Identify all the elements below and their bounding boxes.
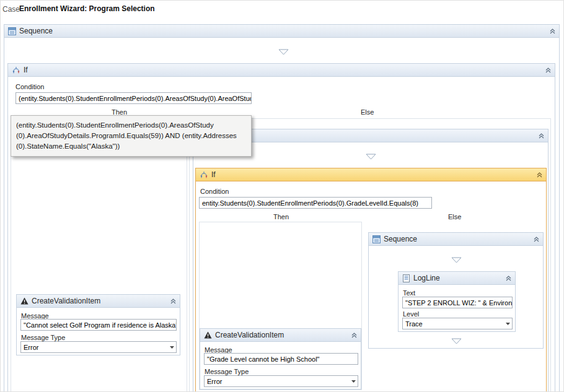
logline-header[interactable]: LogLine [399, 272, 515, 285]
collapse-chevron-icon[interactable] [539, 133, 544, 139]
else-label: Else [361, 108, 374, 116]
level-value: Trace [405, 320, 504, 328]
collapse-chevron-icon[interactable] [506, 276, 511, 281]
sequence-icon [372, 235, 381, 243]
inner-if[interactable]: If Condition entity.Students(0).StudentE… [195, 168, 547, 392]
breadcrumb-case[interactable]: Case [2, 5, 20, 14]
collapse-chevron-icon[interactable] [170, 298, 176, 304]
inner-if-header[interactable]: If [196, 168, 546, 181]
inner-if-title: If [211, 170, 216, 179]
dropdown-arrow-icon [506, 323, 510, 325]
level-dropdown[interactable]: Trace [402, 318, 513, 329]
inner-sequence[interactable]: Sequence [368, 232, 544, 349]
outer-if[interactable]: If Condition (entity.Students(0).Student… [7, 63, 555, 392]
warning-icon [204, 331, 212, 339]
validation-grade[interactable]: CreateValidationItem Message "Grade Leve… [200, 328, 361, 390]
message-input[interactable]: "Grade Level cannot be High School" [204, 353, 358, 365]
outer-if-header[interactable]: If [8, 64, 555, 77]
logline-text-input[interactable]: "STEP 2 ENROLL WIZ: " & Environm [402, 297, 513, 308]
flow-arrow-icon [366, 154, 376, 160]
condition-label: Condition [15, 83, 44, 90]
flow-arrow-icon [278, 49, 289, 55]
sequence-icon [8, 27, 16, 35]
else-sequence[interactable]: Sequence If [193, 129, 549, 392]
condition-tooltip: (entity.Students(0).StudentEnrollmentPer… [11, 115, 252, 157]
workflow-designer-canvas: Case Enrollment Wizard: Program Selectio… [0, 0, 564, 392]
collapse-chevron-icon[interactable] [537, 172, 542, 178]
dropdown-arrow-icon [170, 346, 174, 349]
logline-title: LogLine [413, 274, 440, 282]
text-label: Text [403, 289, 415, 297]
message-type-label: Message Type [21, 334, 65, 341]
message-type-dropdown[interactable]: Error [20, 341, 177, 353]
outer-else-branch[interactable]: Sequence If [189, 118, 551, 392]
inner-sequence-header[interactable]: Sequence [369, 233, 543, 246]
else-label: Else [448, 213, 461, 220]
validation-golf-title: CreateValidationItem [32, 297, 100, 305]
outer-sequence-title: Sequence [19, 27, 53, 35]
flow-arrow-icon [451, 257, 462, 263]
validation-golf[interactable]: CreateValidationItem Message "Cannot sel… [16, 294, 180, 355]
outer-sequence-header[interactable]: Sequence [4, 25, 559, 38]
inner-if-condition-input[interactable]: entity.Students(0).StudentEnrollmentPeri… [199, 197, 432, 209]
collapse-chevron-icon[interactable] [545, 68, 551, 73]
logline[interactable]: LogLine Text "STEP 2 ENROLL WIZ: " & Env… [398, 271, 516, 332]
outer-if-condition-input[interactable]: (entity.Students(0).StudentEnrollmentPer… [15, 92, 252, 104]
message-type-value: Error [207, 378, 350, 385]
warning-icon [20, 297, 29, 305]
if-icon [12, 66, 20, 74]
dropdown-arrow-icon [351, 380, 356, 383]
outer-if-title: If [24, 66, 28, 74]
message-input[interactable]: "Cannot select Golf Program if residence… [20, 319, 177, 331]
message-type-dropdown[interactable]: Error [204, 375, 358, 387]
breadcrumb-current: Enrollment Wizard: Program Selection [19, 4, 155, 13]
outer-sequence[interactable]: Sequence If Condition (entity.Students(0… [4, 24, 560, 392]
tooltip-line: (entity.Students(0).StudentEnrollmentPer… [16, 120, 246, 131]
level-label: Level [403, 310, 419, 318]
validation-grade-title: CreateValidationItem [215, 331, 284, 339]
tooltip-line: (0).AreaOfStudyDetails.ProgramId.Equals(… [16, 131, 246, 141]
collapse-chevron-icon[interactable] [534, 237, 539, 242]
message-type-value: Error [24, 344, 168, 351]
inner-sequence-title: Sequence [384, 235, 417, 243]
flow-arrow-icon [451, 338, 462, 344]
tooltip-line: (0).StateName.Equals("Alaska")) [16, 141, 246, 152]
validation-golf-header[interactable]: CreateValidationItem [17, 295, 180, 308]
validation-grade-header[interactable]: CreateValidationItem [200, 329, 361, 342]
collapse-chevron-icon[interactable] [351, 333, 357, 338]
message-type-label: Message Type [205, 368, 249, 375]
condition-label: Condition [200, 188, 229, 195]
outer-then-branch[interactable]: CreateValidationItem Message "Cannot sel… [11, 118, 187, 392]
logline-icon [402, 274, 410, 282]
if-icon [200, 171, 208, 179]
inner-then-branch[interactable]: CreateValidationItem Message "Grade Leve… [199, 222, 362, 390]
then-label: Then [273, 213, 289, 220]
collapse-chevron-icon[interactable] [550, 28, 555, 34]
